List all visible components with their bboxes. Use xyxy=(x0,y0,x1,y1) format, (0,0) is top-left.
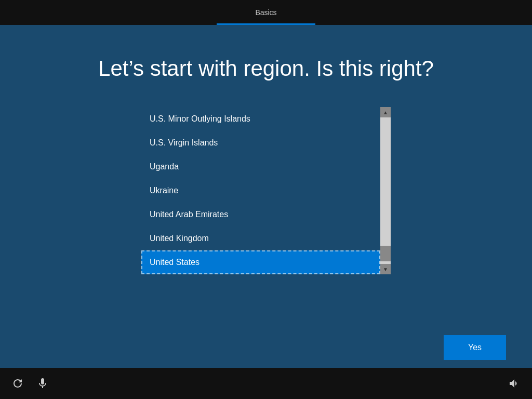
scrollbar-down-button[interactable]: ▼ xyxy=(380,264,391,274)
bottom-left-icons xyxy=(10,376,50,391)
list-item[interactable]: United Arab Emirates xyxy=(141,203,380,227)
top-bar-underline xyxy=(217,23,315,25)
scrollbar-up-button[interactable]: ▲ xyxy=(380,107,391,117)
list-item[interactable]: U.S. Minor Outlying Islands xyxy=(141,107,380,131)
list-item[interactable]: United States xyxy=(141,250,380,274)
bottom-bar xyxy=(0,368,532,399)
list-item[interactable]: United Kingdom xyxy=(141,227,380,250)
list-item[interactable]: U.S. Virgin Islands xyxy=(141,131,380,155)
scrollbar-track[interactable]: ▲ ▼ xyxy=(380,107,391,274)
list-item[interactable]: Ukraine xyxy=(141,179,380,203)
top-bar: Basics xyxy=(0,0,532,25)
microphone-icon[interactable] xyxy=(35,376,50,391)
scrollbar-middle xyxy=(380,117,391,264)
main-content: Let’s start with region. Is this right? … xyxy=(0,25,532,368)
bottom-right-icons xyxy=(507,376,522,391)
back-icon[interactable] xyxy=(10,376,25,391)
top-bar-title: Basics xyxy=(255,8,276,17)
yes-button[interactable]: Yes xyxy=(444,335,506,360)
list-item[interactable]: Uganda xyxy=(141,155,380,179)
page-heading: Let’s start with region. Is this right? xyxy=(98,56,434,81)
scrollbar-handle[interactable] xyxy=(380,246,391,261)
region-listbox[interactable]: U.S. Minor Outlying IslandsU.S. Virgin I… xyxy=(141,107,380,274)
region-list-container: U.S. Minor Outlying IslandsU.S. Virgin I… xyxy=(141,107,391,274)
volume-icon[interactable] xyxy=(507,376,522,391)
